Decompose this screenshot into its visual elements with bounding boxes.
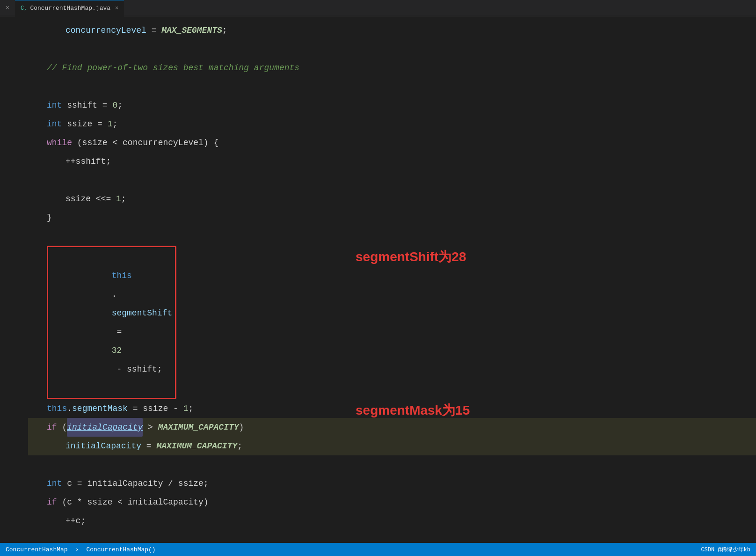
title-bar: × C, ConcurrentHashMap.java × — [0, 0, 756, 16]
annotation-segment-shift: segmentShift为28 — [356, 248, 466, 266]
code-line — [28, 77, 756, 96]
code-token: MAXIMUM_CAPACITY — [158, 418, 239, 437]
code-token: ( — [57, 418, 67, 437]
code-token: segmentShift — [112, 308, 173, 318]
code-token: = ssize - — [128, 399, 183, 418]
code-token: ; — [237, 437, 242, 455]
code-token: ; — [189, 399, 194, 418]
code-token: segmentMask — [72, 399, 128, 418]
code-line: ++c; — [28, 512, 756, 530]
editor-area: concurrencyLevel = MAX_SEGMENTS ; // Fin… — [0, 16, 756, 543]
code-token: if — [47, 418, 57, 437]
code-token: 1 — [108, 115, 113, 133]
code-line — [28, 227, 756, 246]
code-token: this — [112, 271, 132, 280]
code-token: (ssize < concurrencyLevel) { — [72, 133, 218, 152]
code-token: = — [141, 437, 156, 455]
code-token: ; — [117, 96, 123, 115]
code-line-highlighted: initialCapacity = MAXIMUM_CAPACITY ; — [28, 437, 756, 455]
annotation-segment-mask: segmentMask为15 — [356, 401, 470, 420]
code-line: // Find power-of-two sizes best matching… — [28, 59, 756, 77]
code-token: ++c; — [65, 512, 86, 530]
code-token: } — [47, 208, 52, 227]
code-line — [28, 171, 756, 190]
code-token: ++sshift; — [65, 152, 111, 171]
code-token: ; — [112, 115, 117, 133]
code-token: - sshift; — [112, 365, 162, 374]
code-token: . — [67, 399, 72, 418]
code-token: concurrencyLevel — [65, 21, 146, 40]
code-line: while (ssize < concurrencyLevel) { — [28, 133, 756, 152]
code-line: this . segmentMask = ssize - 1 ; segment… — [28, 399, 756, 418]
code-token: > — [143, 418, 158, 437]
code-lines: concurrencyLevel = MAX_SEGMENTS ; // Fin… — [0, 16, 756, 543]
code-token: while — [47, 133, 72, 152]
boxed-code-line: this . segmentShift = 32 - sshift; segme… — [28, 246, 756, 399]
code-token: ssize <<= — [65, 190, 116, 208]
status-breadcrumb: ConcurrentHashMap › ConcurrentHashMap() — [6, 546, 156, 553]
code-token: initialCapacity — [65, 437, 141, 455]
code-token-selected: initialCapacity — [67, 418, 143, 437]
code-token: this — [47, 399, 67, 418]
code-token: = — [146, 21, 161, 40]
code-line — [28, 530, 756, 543]
code-token: ssize = — [62, 115, 107, 133]
code-token: c = initialCapacity / ssize; — [62, 474, 208, 493]
code-token: ; — [222, 21, 227, 40]
code-token: 0 — [112, 96, 117, 115]
java-file-icon: C, — [21, 5, 27, 12]
code-line: } — [28, 208, 756, 227]
code-wrapper: concurrencyLevel = MAX_SEGMENTS ; // Fin… — [0, 16, 756, 543]
code-token: . — [112, 290, 117, 299]
code-token: (c * ssize < initialCapacity) — [57, 493, 209, 512]
code-line: int c = initialCapacity / ssize; — [28, 474, 756, 493]
tab-filename: ConcurrentHashMap.java — [30, 5, 110, 12]
code-token: int — [47, 115, 62, 133]
code-line-highlighted: if ( initialCapacity > MAXIMUM_CAPACITY … — [28, 418, 756, 437]
code-token: sshift = — [62, 96, 112, 115]
code-token: int — [47, 474, 62, 493]
code-token: 1 — [183, 399, 189, 418]
code-token: = — [112, 327, 127, 337]
code-token: int — [47, 96, 62, 115]
code-token: if — [47, 493, 57, 512]
code-line: concurrencyLevel = MAX_SEGMENTS ; — [28, 21, 756, 40]
status-bar: ConcurrentHashMap › ConcurrentHashMap() … — [0, 543, 756, 556]
code-line — [28, 40, 756, 59]
code-token: MAXIMUM_CAPACITY — [156, 437, 237, 455]
breadcrumb-class: ConcurrentHashMap — [6, 546, 68, 553]
code-token: // Find power-of-two sizes best matching… — [47, 59, 299, 77]
editor-tab[interactable]: C, ConcurrentHashMap.java × — [15, 0, 124, 16]
window-close-button[interactable]: × — [4, 4, 11, 12]
code-line: if (c * ssize < initialCapacity) — [28, 493, 756, 512]
code-token: 1 — [116, 190, 121, 208]
tab-close-button[interactable]: × — [115, 5, 118, 12]
code-line: int ssize = 1 ; — [28, 115, 756, 133]
code-line: ++sshift; — [28, 152, 756, 171]
code-content[interactable]: concurrencyLevel = MAX_SEGMENTS ; // Fin… — [0, 16, 756, 543]
status-right: CSDN @稀绿少年kb — [701, 546, 750, 554]
code-line: ssize <<= 1 ; — [28, 190, 756, 208]
breadcrumb-separator: › — [75, 546, 79, 553]
code-token: ) — [239, 418, 244, 437]
code-line — [28, 455, 756, 474]
breadcrumb-method: ConcurrentHashMap() — [86, 546, 155, 553]
code-token: ; — [121, 190, 126, 208]
code-line: int sshift = 0 ; — [28, 96, 756, 115]
code-token: 32 — [112, 346, 122, 355]
code-token: MAX_SEGMENTS — [161, 21, 222, 40]
csdn-watermark: CSDN @稀绿少年kb — [701, 546, 750, 554]
